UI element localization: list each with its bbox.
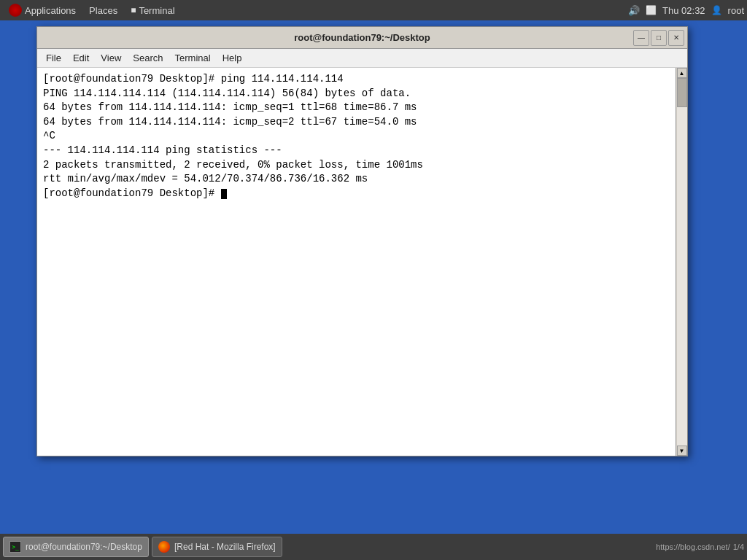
scroll-down-button[interactable]: ▼ — [677, 446, 687, 456]
terminal-line: 64 bytes from 114.114.114.114: icmp_seq=… — [43, 101, 670, 115]
window-controls: — □ ✕ — [633, 30, 684, 46]
taskbar-right: https://blog.csdn.net/ 1/4 — [656, 542, 744, 551]
fedora-icon — [9, 4, 22, 17]
scroll-thumb[interactable] — [677, 78, 687, 107]
terminal-label: Terminal — [139, 5, 174, 16]
terminal-window: root@foundation79:~/Desktop — □ ✕ File E… — [36, 26, 688, 456]
taskbar-firefox-label: [Red Hat - Mozilla Firefox] — [174, 542, 276, 552]
taskbar-firefox[interactable]: [Red Hat - Mozilla Firefox] — [152, 537, 282, 557]
terminal-line: 64 bytes from 114.114.114.114: icmp_seq=… — [43, 115, 670, 130]
terminal-cursor — [221, 189, 227, 199]
taskbar-terminal-label: root@foundation79:~/Desktop — [26, 542, 142, 552]
terminal-scrollbar[interactable]: ▲ ▼ — [676, 68, 687, 456]
top-menubar: Applications Places ■ Terminal 🔊 ⬜ Thu 0… — [0, 0, 747, 20]
terminal-menubar: File Edit View Search Terminal Help — [37, 49, 687, 68]
firefox-taskbar-icon — [158, 541, 170, 553]
terminal-taskbar-icon: >_ — [9, 541, 21, 553]
terminal-line: --- 114.114.114.114 ping statistics --- — [43, 144, 670, 158]
user-icon: 👤 — [711, 5, 722, 15]
minimize-button[interactable]: — — [633, 30, 649, 46]
terminal-content[interactable]: [root@foundation79 Desktop]# ping 114.11… — [37, 68, 676, 456]
terminal-menu-item[interactable]: Terminal — [169, 51, 217, 65]
terminal-body: [root@foundation79 Desktop]# ping 114.11… — [37, 68, 687, 456]
places-menu[interactable]: Places — [83, 4, 123, 18]
close-button[interactable]: ✕ — [668, 30, 684, 46]
top-bar-right: 🔊 ⬜ Thu 02:32 👤 root — [628, 0, 744, 20]
places-label: Places — [89, 5, 117, 16]
terminal-menu[interactable]: ■ Terminal — [125, 4, 180, 18]
scroll-up-button[interactable]: ▲ — [677, 68, 687, 78]
terminal-line: [root@foundation79 Desktop]# ping 114.11… — [43, 72, 670, 87]
terminal-titlebar: root@foundation79:~/Desktop — □ ✕ — [37, 27, 687, 49]
terminal-line: 2 packets transmitted, 2 received, 0% pa… — [43, 158, 670, 173]
search-menu[interactable]: Search — [127, 51, 169, 65]
terminal-icon-small: ■ — [131, 5, 136, 15]
applications-label: Applications — [25, 5, 76, 16]
help-menu[interactable]: Help — [217, 51, 248, 65]
terminal-window-title: root@foundation79:~/Desktop — [294, 32, 430, 43]
terminal-line: ^C — [43, 129, 670, 144]
taskbar-pagenum: 1/4 — [733, 542, 744, 551]
volume-icon[interactable]: 🔊 — [628, 5, 640, 16]
clock: Thu 02:32 — [662, 5, 705, 16]
terminal-line: PING 114.114.114.114 (114.114.114.114) 5… — [43, 87, 670, 101]
file-menu[interactable]: File — [40, 51, 67, 65]
terminal-line: rtt min/avg/max/mdev = 54.012/70.374/86.… — [43, 172, 670, 187]
taskbar-terminal[interactable]: >_ root@foundation79:~/Desktop — [3, 537, 149, 557]
view-menu[interactable]: View — [95, 51, 127, 65]
terminal-line: [root@foundation79 Desktop]# — [43, 187, 670, 201]
display-icon: ⬜ — [646, 5, 657, 15]
bottom-taskbar: >_ root@foundation79:~/Desktop [Red Hat … — [0, 534, 747, 560]
username: root — [728, 5, 744, 16]
top-bar-left: Applications Places ■ Terminal — [3, 2, 181, 18]
scroll-track — [677, 78, 687, 446]
taskbar-url: https://blog.csdn.net/ — [656, 542, 730, 551]
edit-menu[interactable]: Edit — [67, 51, 95, 65]
maximize-button[interactable]: □ — [651, 30, 667, 46]
applications-menu[interactable]: Applications — [3, 2, 82, 18]
